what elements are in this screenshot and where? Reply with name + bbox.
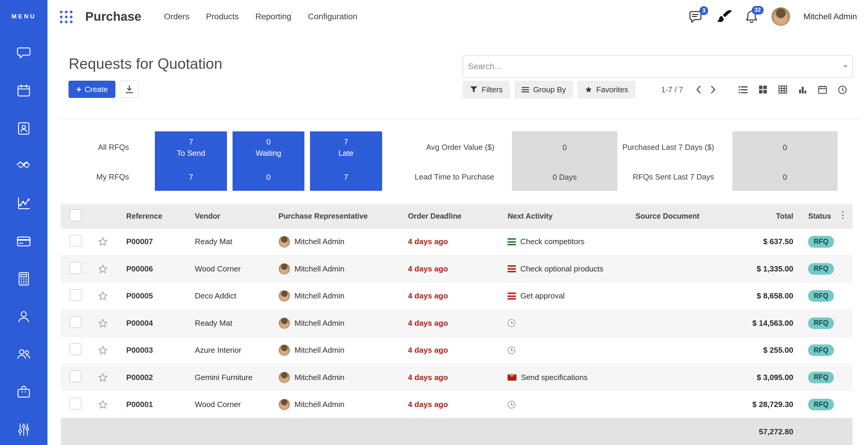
pager-previous-button[interactable] [691, 81, 706, 98]
activities-button[interactable]: 32 [745, 10, 758, 24]
purchase-representative-cell: Mitchell Admin [279, 344, 408, 356]
brush-button[interactable] [716, 10, 732, 24]
representative-name: Mitchell Admin [294, 291, 344, 300]
group-by-icon [522, 86, 529, 93]
app-name[interactable]: Purchase [85, 9, 141, 24]
header-source-document[interactable]: Source Document [636, 212, 736, 220]
filter-funnel-icon [470, 86, 477, 93]
status-cell: RFQ [796, 317, 852, 329]
view-activity-button[interactable] [833, 81, 852, 98]
calendar-view-icon [817, 85, 828, 95]
view-graph-button[interactable] [793, 81, 812, 98]
user-avatar[interactable] [771, 7, 790, 26]
search-options-caret-icon[interactable] [843, 65, 847, 68]
table-row[interactable]: P00005 Deco Addict Mitchell Admin 4 days… [61, 283, 852, 310]
lead-time-label: Lead Time to Purchase [382, 163, 495, 190]
header-total[interactable]: Total [736, 212, 796, 220]
menu-configuration[interactable]: Configuration [300, 12, 366, 21]
kpi-waiting[interactable]: 0 Waiting 0 [232, 131, 305, 191]
next-activity-cell[interactable] [507, 347, 636, 354]
create-button[interactable]: + Create [68, 81, 115, 98]
kpi-to-send[interactable]: 7 To Send 7 [155, 131, 227, 191]
next-activity-cell[interactable] [507, 401, 636, 409]
row-checkbox[interactable] [70, 316, 81, 328]
filters-button[interactable]: Filters [463, 81, 510, 98]
favorite-star-icon[interactable] [97, 290, 108, 301]
next-activity-cell[interactable]: Get approval [507, 291, 636, 300]
table-row[interactable]: P00007 Ready Mat Mitchell Admin 4 days a… [61, 228, 852, 255]
group-by-button[interactable]: Group By [515, 81, 573, 98]
sliders-icon [16, 421, 32, 438]
header-next-activity[interactable]: Next Activity [507, 212, 636, 220]
view-calendar-button[interactable] [812, 81, 832, 98]
sidebar-item-employees[interactable] [14, 308, 33, 325]
pager-next-button[interactable] [706, 81, 720, 98]
sidebar-item-crm[interactable] [14, 158, 33, 174]
next-activity-cell[interactable]: Send specifications [507, 373, 636, 382]
sidebar-item-sales[interactable] [14, 195, 33, 212]
favorite-star-icon[interactable] [97, 318, 108, 329]
view-pivot-button[interactable] [773, 81, 793, 98]
sidebar-item-discuss[interactable] [14, 45, 33, 61]
favorite-star-icon[interactable] [97, 372, 108, 383]
lead-time-value: 0 Days [512, 164, 617, 191]
view-list-button[interactable] [733, 81, 753, 98]
kpi-late-all-value: 7 [344, 136, 348, 148]
sidebar-item-contacts[interactable] [14, 120, 33, 137]
row-checkbox[interactable] [70, 371, 81, 382]
kpi-waiting-all-value: 0 [267, 136, 271, 148]
next-activity-cell[interactable]: Check competitors [507, 237, 636, 246]
sidebar-item-settings[interactable] [14, 421, 33, 438]
graph-view-icon [798, 85, 808, 95]
menu-reporting[interactable]: Reporting [247, 12, 300, 21]
header-reference[interactable]: Reference [116, 212, 195, 220]
next-activity-cell[interactable]: Check optional products [507, 264, 636, 274]
reference-cell: P00005 [116, 291, 195, 300]
view-kanban-button[interactable] [753, 81, 773, 98]
table-row[interactable]: P00002 Gemini Furniture Mitchell Admin 4… [61, 364, 852, 391]
header-vendor[interactable]: Vendor [195, 212, 279, 220]
header-purchase-representative[interactable]: Purchase Representative [279, 212, 408, 220]
rfqs-sent-last-7-days-value: 0 [733, 164, 837, 191]
apps-menu-button[interactable] [59, 9, 73, 24]
select-all-checkbox[interactable] [70, 210, 81, 221]
sidebar-item-payments[interactable] [14, 233, 33, 250]
search-input[interactable] [463, 56, 852, 78]
total-cell: $ 255.00 [736, 346, 796, 355]
metric-labels-left: Avg Order Value ($) Lead Time to Purchas… [382, 131, 495, 191]
table-row[interactable]: P00006 Wood Corner Mitchell Admin 4 days… [61, 255, 852, 282]
clock-icon [507, 319, 515, 327]
messages-button[interactable]: 3 [689, 10, 703, 23]
optional-columns-button[interactable]: ⋮ [835, 208, 851, 221]
table-row[interactable]: P00003 Azure Interior Mitchell Admin 4 d… [61, 337, 852, 364]
sidebar-item-accounting[interactable] [14, 271, 33, 287]
menu-products[interactable]: Products [197, 12, 247, 21]
favorites-button[interactable]: Favorites [578, 81, 636, 98]
kpi-late[interactable]: 7 Late 7 [310, 131, 382, 191]
header-order-deadline[interactable]: Order Deadline [408, 212, 507, 220]
row-checkbox[interactable] [70, 398, 81, 409]
menu-orders[interactable]: Orders [156, 12, 198, 21]
sidebar-item-purchase[interactable] [14, 384, 33, 400]
my-rfqs-filter[interactable]: My RFQs [61, 163, 129, 190]
table-row[interactable]: P00004 Ready Mat Mitchell Admin 4 days a… [61, 310, 852, 337]
rfqs-sent-last-7-days-label: RFQs Sent Last 7 Days [617, 163, 714, 190]
next-activity-cell[interactable] [507, 319, 636, 327]
table-row[interactable]: P00001 Wood Corner Mitchell Admin 4 days… [61, 391, 852, 418]
all-rfqs-filter[interactable]: All RFQs [61, 131, 129, 163]
navbar-right: 3 32 Mitchell Admin [689, 7, 857, 26]
row-checkbox[interactable] [70, 262, 81, 274]
user-name[interactable]: Mitchell Admin [803, 12, 857, 21]
favorite-star-icon[interactable] [97, 236, 108, 247]
sidebar-item-members[interactable] [14, 346, 33, 362]
favorite-star-icon[interactable] [97, 345, 108, 356]
favorite-star-icon[interactable] [97, 399, 108, 410]
favorite-star-icon[interactable] [97, 263, 108, 275]
row-checkbox[interactable] [70, 235, 81, 247]
sidebar-item-calendar[interactable] [14, 83, 33, 99]
export-button[interactable] [120, 81, 138, 98]
row-checkbox[interactable] [70, 344, 81, 355]
row-checkbox[interactable] [70, 289, 81, 301]
vendor-cell: Azure Interior [195, 346, 279, 355]
app-sidebar: MENU [0, 0, 48, 445]
